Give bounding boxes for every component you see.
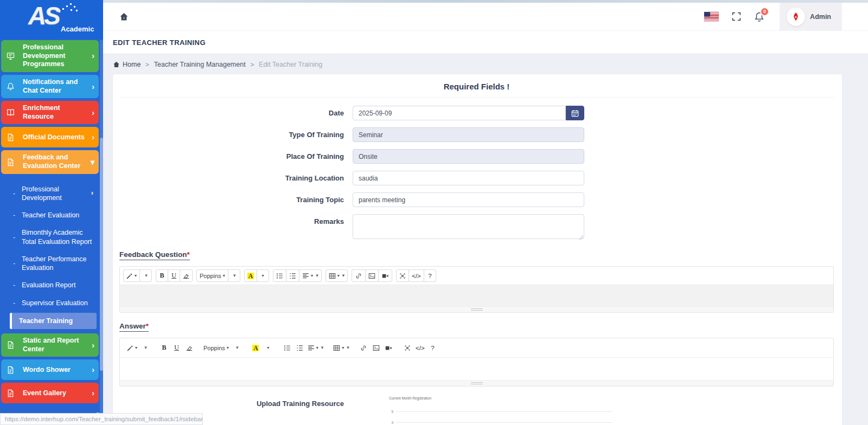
help-button[interactable]: ?	[424, 269, 436, 282]
insert-video-button[interactable]	[378, 269, 392, 282]
admin-menu-button[interactable]: Admin	[780, 3, 842, 31]
sidebar-subitem-professional-development[interactable]: - Professional Development ›	[0, 181, 99, 207]
sidebar-item-official-documents[interactable]: Official Documents ›	[1, 127, 99, 147]
feedback-question-edit-area[interactable]	[120, 285, 833, 306]
sidebar-item-event-gallery[interactable]: Event Gallery ›	[1, 383, 99, 403]
style-dropdown-button[interactable]: ▾	[139, 269, 152, 282]
toolbar-group-color: A ▾	[244, 269, 269, 282]
required-asterisk: *	[146, 322, 149, 330]
form-row-upload-training-resource: Upload Training Resource Current Month R…	[119, 396, 834, 425]
toolbar-group-fontname: Poppins▾ ▾	[202, 342, 243, 354]
ordered-list-button[interactable]	[293, 342, 306, 354]
chevron-right-icon: ›	[92, 389, 94, 397]
sidebar: AS Academic ▴ ▾ Professional Development…	[0, 0, 103, 425]
editor-resize-handle[interactable]	[471, 382, 483, 385]
font-family-button[interactable]: Poppins▾	[202, 342, 231, 354]
toolbar-group-table: ▾▾	[331, 342, 351, 354]
remarks-textarea[interactable]	[353, 214, 584, 239]
sidebar-item-feedback-evaluation-center[interactable]: Feedback and Evaluation Center ▾	[1, 150, 99, 173]
bold-button[interactable]: B	[158, 342, 170, 354]
sidebar-subitem-teacher-performance-evaluation[interactable]: - Teacher Performance Evaluation	[0, 250, 99, 277]
sidebar-subitem-bimonthly-academic-report[interactable]: - Bimonthly Academic Total Evaluation Re…	[0, 224, 99, 250]
sidebar-item-label: Wordo Shower	[23, 366, 90, 375]
magic-style-button[interactable]: ▾	[123, 269, 140, 282]
text-color-button[interactable]: A	[244, 269, 257, 282]
brand-logo-mark: AS	[28, 1, 59, 30]
sidebar-subitem-evaluation-report[interactable]: - Evaluation Report	[0, 276, 99, 294]
dash-icon: -	[13, 259, 22, 268]
fullscreen-button[interactable]	[732, 12, 741, 21]
table-button[interactable]: ▾▾	[326, 269, 348, 282]
paragraph-align-button[interactable]: ▾▾	[299, 269, 322, 282]
font-family-dropdown-button[interactable]: ▾	[231, 342, 243, 354]
form-row-place-of-training: Place Of Training	[119, 149, 834, 164]
insert-video-button[interactable]	[382, 342, 395, 354]
insert-link-button[interactable]	[352, 269, 366, 282]
fullscreen-editor-button[interactable]	[401, 342, 414, 354]
answer-editor: ▾ ▾ B U Poppins▾ ▾ A	[119, 338, 834, 387]
editor-resize-handle[interactable]	[471, 308, 483, 311]
fullscreen-editor-button[interactable]	[396, 269, 409, 282]
sidebar-item-enrichment-resource[interactable]: Enrichment Resource ›	[1, 101, 99, 124]
table-button[interactable]: ▾▾	[331, 342, 351, 354]
text-color-button[interactable]: A	[250, 342, 262, 354]
sidebar-item-wordo-shower[interactable]: Wordo Shower ›	[1, 359, 99, 380]
paragraph-align-button[interactable]: ▾▾	[306, 342, 326, 354]
sidebar-scrollbar-track[interactable]	[100, 40, 103, 425]
sidebar-scrollbar-thumb[interactable]	[100, 138, 103, 371]
insert-picture-button[interactable]	[370, 342, 382, 354]
sidebar-subitem-teacher-evaluation[interactable]: - Teacher Evaluation	[0, 207, 99, 224]
clear-formatting-button[interactable]	[180, 269, 193, 282]
code-view-button[interactable]: </>	[409, 269, 424, 282]
sidebar-item-static-report-center[interactable]: Static and Report Center ›	[1, 333, 99, 357]
language-flag-us-icon[interactable]	[704, 12, 719, 21]
unordered-list-button[interactable]	[273, 269, 286, 282]
place-of-training-input	[353, 149, 584, 164]
answer-heading: Answer*	[119, 322, 834, 332]
arrows-alt-icon	[399, 273, 406, 279]
sidebar-item-professional-development-programmes[interactable]: Professional Development Programmes ›	[1, 40, 99, 72]
toolbar-group-style: ▾ ▾	[123, 269, 152, 282]
insert-link-button[interactable]	[358, 342, 370, 354]
clear-formatting-button[interactable]	[183, 342, 195, 354]
ordered-list-button[interactable]	[286, 269, 299, 282]
font-family-button[interactable]: Poppins▾	[196, 269, 228, 282]
sidebar-item-notifications-chat-center[interactable]: Notifications and Chat Center ›	[1, 75, 99, 98]
text-color-dropdown-button[interactable]: ▾	[257, 269, 269, 282]
breadcrumb-teacher-training-management-link[interactable]: Teacher Training Management	[154, 61, 246, 68]
page-title: EDIT TEACHER TRAINING	[113, 38, 206, 47]
dash-icon: -	[13, 281, 22, 289]
table-icon	[329, 273, 336, 279]
style-dropdown-button[interactable]: ▾	[139, 342, 151, 354]
document-icon	[7, 158, 16, 166]
chart-gridline-row: 5	[389, 406, 612, 417]
top-navbar: 0 Admin	[103, 3, 868, 31]
sidebar-subitem-supervisor-evaluation[interactable]: - Supervisor Evaluation	[0, 294, 99, 312]
training-topic-input[interactable]	[353, 192, 584, 207]
text-color-dropdown-button[interactable]: ▾	[262, 342, 275, 354]
underline-button[interactable]: U	[170, 342, 183, 354]
answer-edit-area[interactable]	[120, 357, 833, 380]
presentation-board-icon	[7, 52, 16, 60]
dash-icon: -	[13, 299, 22, 307]
unordered-list-button[interactable]	[281, 342, 293, 354]
breadcrumb-home-link[interactable]: Home	[113, 61, 141, 68]
insert-picture-button[interactable]	[365, 269, 379, 282]
help-button[interactable]: ?	[426, 342, 439, 354]
code-view-button[interactable]: </>	[414, 342, 426, 354]
document-icon	[7, 389, 16, 397]
date-picker-button[interactable]	[566, 106, 584, 120]
picture-icon	[373, 345, 380, 351]
sidebar-subitem-teacher-training-active[interactable]: Teacher Training	[10, 313, 97, 329]
notifications-button[interactable]: 0	[754, 11, 764, 22]
underline-button[interactable]: U	[168, 269, 180, 282]
magic-style-button[interactable]: ▾	[125, 342, 139, 354]
bold-button[interactable]: B	[156, 269, 168, 282]
home-button[interactable]	[119, 12, 129, 21]
brand-logo[interactable]: AS Academic	[0, 0, 103, 39]
training-location-input[interactable]	[353, 171, 584, 185]
font-family-dropdown-button[interactable]: ▾	[228, 269, 240, 282]
toolbar-group-fontname: Poppins▾ ▾	[196, 269, 240, 282]
date-input[interactable]	[353, 106, 566, 120]
main-area: 0 Admin EDIT TEACHER TRAINING Home >	[103, 0, 868, 425]
